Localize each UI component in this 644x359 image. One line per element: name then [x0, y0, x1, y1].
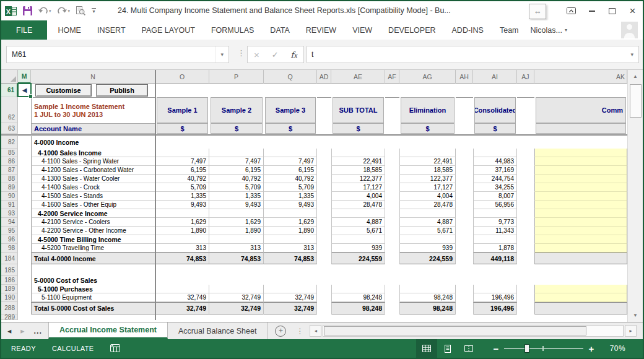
value-cell[interactable]	[155, 235, 209, 244]
back-triangle-icon[interactable]: ◀	[22, 87, 27, 93]
cell[interactable]	[517, 201, 534, 209]
value-cell[interactable]: 9,773	[473, 218, 517, 227]
column-header-AJ[interactable]: AJ	[517, 70, 534, 84]
account-menu[interactable]: Nicolas... ▾	[531, 20, 567, 40]
value-cell[interactable]: 196,496	[473, 293, 517, 302]
value-cell[interactable]	[399, 264, 456, 276]
cell[interactable]	[456, 149, 473, 157]
sheet-tab-accrual-balance-sheet[interactable]: Accrual Balance Sheet	[168, 322, 268, 339]
comment-cell[interactable]	[534, 209, 627, 218]
cell[interactable]	[456, 314, 473, 320]
account-name-cell[interactable]: 4-1600 Sales - Other Equip	[31, 201, 155, 209]
cell[interactable]	[18, 235, 31, 244]
value-cell[interactable]: 244,754	[473, 175, 517, 183]
value-cell[interactable]: 5,709	[264, 183, 317, 192]
value-cell[interactable]: 28,478	[331, 201, 385, 209]
cell[interactable]	[456, 302, 473, 314]
cell[interactable]	[385, 175, 399, 183]
value-cell[interactable]	[399, 276, 456, 285]
cell[interactable]	[456, 192, 473, 201]
value-cell[interactable]: 32,749	[209, 293, 264, 302]
sheet-next-icon[interactable]: ▸	[20, 326, 24, 335]
cell[interactable]	[18, 97, 31, 123]
cell[interactable]	[18, 157, 31, 166]
customise-button[interactable]: Customise	[35, 84, 92, 97]
cell[interactable]	[18, 253, 31, 264]
cell[interactable]	[385, 302, 399, 314]
sheet-list-ellipsis[interactable]: ...	[34, 327, 42, 335]
column-header-elimination[interactable]: Elimination	[401, 97, 455, 123]
cell[interactable]	[18, 123, 31, 134]
value-cell[interactable]	[399, 235, 456, 244]
cell[interactable]	[18, 227, 31, 235]
value-cell[interactable]: 74,853	[209, 253, 264, 264]
cell[interactable]	[385, 253, 399, 264]
row-header[interactable]: 90	[1, 192, 18, 201]
avatar[interactable]	[621, 22, 638, 38]
row-header[interactable]: 96	[1, 235, 18, 244]
value-cell[interactable]: 5,671	[399, 227, 456, 235]
cell[interactable]	[18, 183, 31, 192]
scroll-up-icon[interactable]: ▲	[628, 70, 643, 83]
row-header[interactable]: 288	[1, 302, 18, 314]
cell[interactable]	[18, 218, 31, 227]
cell[interactable]	[456, 285, 473, 293]
cell[interactable]	[456, 264, 473, 276]
cell[interactable]	[385, 192, 399, 201]
cell[interactable]	[385, 201, 399, 209]
cell[interactable]	[517, 244, 534, 253]
value-cell[interactable]	[264, 209, 317, 218]
row-header[interactable]: 85	[1, 149, 18, 157]
value-cell[interactable]	[399, 314, 456, 320]
account-name-cell[interactable]: 4-1200 Sales - Carbonated Water	[31, 166, 155, 175]
comment-cell[interactable]	[534, 276, 627, 285]
account-name-cell[interactable]	[31, 314, 155, 320]
account-name-cell[interactable]	[31, 264, 155, 276]
value-cell[interactable]	[331, 149, 385, 157]
value-cell[interactable]	[209, 149, 264, 157]
value-cell[interactable]: 74,853	[264, 253, 317, 264]
cancel-icon[interactable]: ×	[254, 50, 259, 59]
value-cell[interactable]: 1,629	[264, 218, 317, 227]
dollar-header-cell[interactable]: $	[401, 123, 455, 134]
value-cell[interactable]: 32,749	[264, 293, 317, 302]
value-cell[interactable]	[155, 209, 209, 218]
value-cell[interactable]	[473, 314, 517, 320]
ribbon-tab-formulas[interactable]: FORMULAS	[203, 20, 262, 40]
cell[interactable]	[385, 97, 399, 123]
vertical-scrollbar-thumb[interactable]	[630, 84, 642, 118]
account-name-cell[interactable]: 4-5200 Travelling Time	[31, 244, 155, 253]
account-name-cell[interactable]: 4-1300 Sales - Water Cooler	[31, 175, 155, 183]
cell[interactable]	[456, 253, 473, 264]
comment-cell[interactable]	[534, 302, 627, 314]
horizontal-scrollbar-thumb[interactable]	[324, 326, 586, 335]
horizontal-scrollbar[interactable]: ◂ ▸	[306, 322, 643, 339]
comment-cell[interactable]	[534, 192, 627, 201]
comment-cell[interactable]	[534, 201, 627, 209]
scroll-down-icon[interactable]: ▼	[628, 309, 643, 322]
value-cell[interactable]: 17,127	[331, 183, 385, 192]
cell[interactable]	[317, 227, 331, 235]
cell[interactable]	[317, 166, 331, 175]
cell[interactable]	[517, 192, 534, 201]
account-name-cell[interactable]: 5-1100 Equipment	[31, 293, 155, 302]
zoom-in-button[interactable]: +	[585, 344, 598, 354]
ribbon-tab-review[interactable]: REVIEW	[298, 20, 344, 40]
value-cell[interactable]: 32,749	[209, 302, 264, 314]
cell[interactable]	[317, 97, 331, 123]
ribbon-tab-add-ins[interactable]: ADD-INS	[444, 20, 492, 40]
cell[interactable]	[385, 123, 399, 134]
value-cell[interactable]	[264, 136, 317, 149]
cell[interactable]	[456, 157, 473, 166]
account-name-cell[interactable]: Total 4-0000 Income	[31, 253, 155, 264]
value-cell[interactable]	[399, 209, 456, 218]
comments-header-cell[interactable]	[536, 123, 626, 134]
value-cell[interactable]	[209, 209, 264, 218]
cell[interactable]	[317, 157, 331, 166]
value-cell[interactable]: 98,248	[399, 302, 456, 314]
value-cell[interactable]: 18,585	[331, 166, 385, 175]
value-cell[interactable]: 4,887	[331, 218, 385, 227]
value-cell[interactable]	[155, 285, 209, 293]
value-cell[interactable]: 28,478	[399, 201, 456, 209]
cell[interactable]	[517, 293, 534, 302]
